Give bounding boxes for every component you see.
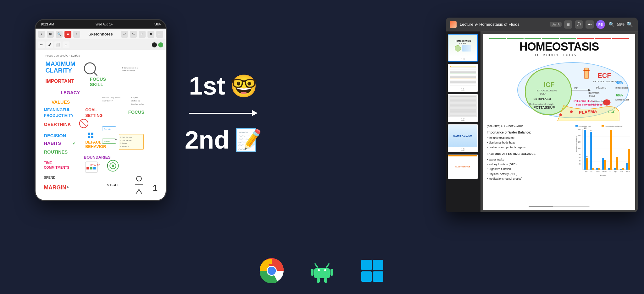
- importance-section: [SOLUTES] in the ECF and ICF Importance …: [487, 124, 571, 187]
- bottom-icons: [259, 258, 385, 285]
- svg-text:40%: 40%: [616, 81, 623, 84]
- pdf-viewer: Lecture 9- Homeostasis of Fluids BETA ⊞ …: [446, 18, 638, 212]
- svg-rect-120: [592, 168, 594, 170]
- zoom-controls: 🔍 58% 🔍: [608, 20, 634, 29]
- user-avatar[interactable]: PS: [596, 20, 605, 29]
- svg-rect-132: [628, 149, 630, 170]
- svg-text:120: 120: [578, 141, 581, 143]
- undo-icon[interactable]: ↩: [121, 31, 128, 38]
- scroll-indicator: [529, 206, 590, 207]
- svg-rect-22: [88, 136, 90, 138]
- solutes-header: [SOLUTES] in the ECF and ICF: [487, 124, 571, 128]
- thumbnail-10[interactable]: HOMEOSTASIS ICF ECF 10: [448, 34, 478, 62]
- more-options-button[interactable]: •••: [586, 20, 594, 29]
- grid-icon[interactable]: ⊞: [47, 31, 54, 38]
- tablet-frame: 10:21 AM Wed Aug 14 58% ‹ ⊞ 🔍 ■ ↑ Sketch…: [35, 19, 167, 201]
- svg-text:Na+: Na+: [585, 171, 588, 172]
- close-icon[interactable]: ✕: [147, 31, 154, 38]
- svg-rect-129: [620, 169, 622, 170]
- thumbnail-11[interactable]: 11: [448, 64, 478, 92]
- svg-text:GOAL: GOAL: [85, 108, 97, 112]
- pdf-app-icon: [450, 21, 457, 28]
- svg-text:Focus Course Live - 1/23/19: Focus Course Live - 1/23/19: [45, 54, 80, 57]
- windows-icon-container[interactable]: [360, 258, 385, 285]
- svg-text:CYTOPLASM: CYTOPLASM: [534, 97, 551, 101]
- svg-rect-167: [373, 271, 383, 282]
- factor-2: • Kidney function (GFR): [487, 162, 571, 167]
- svg-point-158: [318, 269, 320, 271]
- pdf-controls: BETA ⊞ ⓘ ••• PS 🔍 58% 🔍: [550, 20, 634, 29]
- redo-icon[interactable]: ↪: [130, 31, 137, 38]
- thumbnail-12[interactable]: 12: [448, 94, 478, 122]
- sidebar-toggle-button[interactable]: ⊞: [564, 20, 572, 29]
- svg-text:ICF: ICF: [544, 81, 555, 89]
- svg-text:LEGACY: LEGACY: [61, 90, 80, 95]
- search-icon[interactable]: 🔍: [56, 31, 63, 38]
- thumbnail-14[interactable]: ELECTROLYTES: [448, 155, 478, 179]
- eraser-icon[interactable]: ⬜: [54, 41, 61, 48]
- back-button[interactable]: ‹: [38, 31, 45, 38]
- color-green[interactable]: [158, 42, 163, 47]
- bookmark-icon[interactable]: ■: [64, 31, 71, 38]
- pen-icon[interactable]: ✏: [38, 41, 45, 48]
- thumbnail-13[interactable]: WATER BALANCE 13: [448, 124, 478, 152]
- svg-text:100: 100: [578, 147, 581, 149]
- svg-text:SKILL: SKILL: [90, 82, 103, 87]
- chrome-icon-container[interactable]: [259, 258, 284, 285]
- svg-rect-36: [93, 167, 96, 170]
- svg-rect-126: [610, 130, 612, 170]
- android-icon: [309, 258, 335, 283]
- zoom-out-button[interactable]: 🔍: [608, 20, 616, 29]
- svg-rect-161: [330, 269, 333, 276]
- brush-icon[interactable]: 🖌: [46, 41, 53, 48]
- second-text: 2nd: [185, 126, 229, 155]
- select-icon[interactable]: ⊹: [63, 41, 69, 48]
- svg-rect-165: [373, 260, 383, 270]
- svg-text:really thrive?: really thrive?: [102, 100, 113, 102]
- thumb-label-13: 13: [448, 148, 477, 151]
- homeostasis-title: HOMEOSTASIS: [487, 41, 631, 52]
- zoom-in-button[interactable]: 🔍: [626, 20, 634, 29]
- svg-text:5: 5: [67, 185, 69, 188]
- svg-line-156: [315, 264, 317, 267]
- android-icon-container[interactable]: [309, 258, 335, 285]
- tablet-subtoolbar: ✏ 🖌 ⬜ ⊹: [36, 40, 166, 50]
- svg-text:INTRACELLULAR: INTRACELLULAR: [537, 89, 557, 92]
- svg-rect-162: [317, 278, 320, 283]
- svg-text:DECISION: DECISION: [44, 133, 66, 138]
- add-icon[interactable]: +: [139, 31, 146, 38]
- svg-text:Cytosol (Intracellular fluid): Cytosol (Intracellular fluid): [605, 125, 623, 127]
- thumb-content-13: WATER BALANCE: [448, 125, 477, 147]
- svg-text:ICF: ICF: [574, 87, 578, 89]
- svg-rect-35: [90, 167, 92, 170]
- svg-rect-122: [598, 168, 600, 170]
- share-icon[interactable]: ↑: [73, 31, 80, 38]
- svg-text:Cl-: Cl-: [591, 171, 592, 172]
- svg-point-39: [112, 165, 114, 167]
- info-button[interactable]: ⓘ: [575, 20, 583, 29]
- svg-text:FOCUS: FOCUS: [128, 110, 144, 115]
- thumb-content-12: [448, 95, 477, 117]
- factor-3: • Digestive function: [487, 167, 571, 172]
- svg-text:How can I help people: How can I help people: [102, 97, 120, 99]
- svg-text:STEAL: STEAL: [107, 183, 119, 187]
- svg-text:COMMITMENTS: COMMITMENTS: [44, 166, 69, 169]
- svg-rect-160: [311, 269, 314, 276]
- tablet-date: Wed Aug 14: [96, 23, 113, 26]
- factor-1: • Water intake: [487, 157, 571, 162]
- svg-text:Productive Day:: Productive Day:: [122, 70, 135, 72]
- svg-text:Action!: Action!: [104, 140, 110, 143]
- svg-text:MARGIN: MARGIN: [44, 184, 66, 191]
- svg-text:Proteins: Proteins: [600, 174, 606, 176]
- beta-badge: BETA: [550, 22, 562, 27]
- pdf-title: Lecture 9- Homeostasis of Fluids: [460, 22, 547, 27]
- more-icon[interactable]: ⋯: [156, 31, 163, 38]
- svg-text:80: 80: [579, 154, 580, 155]
- svg-text:160: 160: [578, 128, 581, 130]
- color-black[interactable]: [152, 42, 157, 47]
- tablet-device: 10:21 AM Wed Aug 14 58% ‹ ⊞ 🔍 ■ ↑ Sketch…: [35, 19, 167, 201]
- svg-rect-123: [602, 158, 604, 170]
- svg-rect-130: [622, 168, 624, 170]
- pdf-thumbnails[interactable]: HOMEOSTASIS ICF ECF 10: [446, 31, 480, 212]
- svg-text:POTTASSIUM: POTTASSIUM: [534, 106, 556, 109]
